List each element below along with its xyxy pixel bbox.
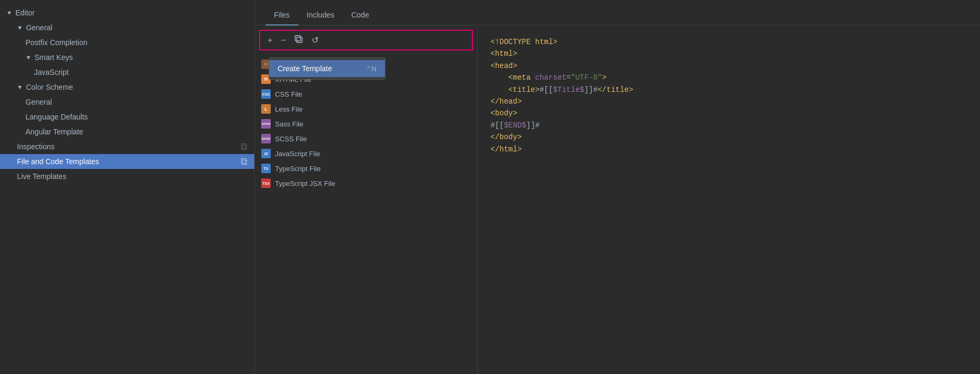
file-item-css[interactable]: CSS CSS File bbox=[255, 87, 477, 101]
sidebar-item-editor[interactable]: Editor bbox=[0, 5, 254, 20]
sidebar-item-color-scheme[interactable]: Color Scheme bbox=[0, 80, 254, 95]
code-body-close: </body> bbox=[491, 133, 522, 141]
code-line-7: <body> bbox=[491, 107, 967, 119]
file-list: H HTML4 File H XHTML File CSS CSS File L… bbox=[255, 55, 477, 374]
sidebar-label-color-general: General bbox=[25, 98, 248, 106]
less-icon: L bbox=[261, 104, 271, 114]
sidebar-label-inspections: Inspections bbox=[17, 142, 238, 151]
copy-icon bbox=[295, 35, 303, 44]
code-line-4: <meta charset="UTF-8"> bbox=[491, 72, 967, 83]
add-template-button[interactable]: + bbox=[264, 35, 276, 46]
sidebar-item-inspections[interactable]: Inspections ⿻ bbox=[0, 139, 254, 154]
code-title-hash1: #[[ bbox=[539, 86, 553, 94]
main-content: Files Includes Code + − ↺ bbox=[255, 0, 980, 374]
toolbar: + − ↺ Create Template ⌃N bbox=[259, 30, 473, 50]
file-label-scss: SCSS File bbox=[275, 135, 307, 143]
code-doctype: <!DOCTYPE html> bbox=[491, 38, 557, 46]
code-line-10: </html> bbox=[491, 143, 967, 155]
editor-arrow bbox=[6, 10, 12, 16]
tsx-icon: TSX bbox=[261, 178, 271, 188]
file-item-typescript[interactable]: TS TypeScript File bbox=[255, 161, 477, 176]
file-item-less[interactable]: L Less File bbox=[255, 101, 477, 116]
code-html-open: <html> bbox=[491, 49, 517, 58]
sidebar-label-postfix: Postfix Completion bbox=[25, 38, 248, 47]
sidebar-label-color-scheme: Color Scheme bbox=[26, 83, 248, 91]
sidebar-item-color-general[interactable]: General bbox=[0, 95, 254, 109]
file-label-sass: Sass File bbox=[275, 120, 303, 128]
file-item-javascript[interactable]: JS JavaScript File bbox=[255, 146, 477, 161]
sidebar-label-file-code-templates: File and Code Templates bbox=[17, 157, 238, 166]
tab-code[interactable]: Code bbox=[343, 5, 377, 26]
svg-rect-1 bbox=[295, 36, 300, 41]
sidebar-label-javascript: JavaScript bbox=[34, 68, 248, 76]
create-template-label: Create Template bbox=[278, 64, 332, 73]
sidebar-item-javascript[interactable]: JavaScript bbox=[0, 65, 254, 80]
code-line-3: <head> bbox=[491, 60, 967, 72]
sidebar-item-file-code-templates[interactable]: File and Code Templates ⿻ bbox=[0, 154, 254, 169]
sidebar-label-angular-template: Angular Template bbox=[25, 128, 248, 136]
create-template-shortcut: ⌃N bbox=[366, 65, 376, 73]
code-title-close: </title> bbox=[598, 86, 633, 94]
file-label-less: Less File bbox=[275, 105, 303, 113]
code-line-5: <title>#[[$Title$]]#</title> bbox=[491, 84, 967, 96]
code-head-open: <head> bbox=[491, 62, 517, 70]
code-meta-close: > bbox=[602, 73, 606, 82]
code-equals: = bbox=[566, 73, 571, 82]
tab-files[interactable]: Files bbox=[265, 5, 298, 26]
code-charset-attr: charset bbox=[535, 73, 566, 82]
sidebar-label-general: General bbox=[26, 23, 248, 32]
create-template-dropdown: Create Template ⌃N bbox=[269, 57, 385, 80]
code-end-hash1: #[[ bbox=[491, 121, 504, 130]
file-label-javascript: JavaScript File bbox=[275, 150, 320, 158]
file-label-typescript: TypeScript File bbox=[275, 165, 321, 173]
sidebar-label-smart-keys: Smart Keys bbox=[35, 53, 248, 62]
code-line-1: <!DOCTYPE html> bbox=[491, 36, 967, 48]
code-charset-val: "UTF-8" bbox=[571, 73, 602, 82]
sidebar-item-language-defaults[interactable]: Language Defaults bbox=[0, 109, 254, 124]
file-label-css: CSS File bbox=[275, 90, 302, 98]
ts-icon: TS bbox=[261, 164, 271, 173]
file-item-sass[interactable]: SASS Sass File bbox=[255, 116, 477, 131]
settings-sidebar: Editor General Postfix Completion Smart … bbox=[0, 0, 255, 374]
sidebar-item-angular-template[interactable]: Angular Template bbox=[0, 124, 254, 139]
sidebar-item-live-templates[interactable]: Live Templates bbox=[0, 169, 254, 184]
file-list-panel: + − ↺ Create Template ⌃N bbox=[255, 26, 478, 374]
color-scheme-arrow bbox=[17, 84, 23, 90]
sidebar-item-general[interactable]: General bbox=[0, 20, 254, 35]
tabs-bar: Files Includes Code bbox=[255, 0, 980, 26]
code-title-var: $Title$ bbox=[553, 86, 584, 94]
file-item-typescript-jsx[interactable]: TSX TypeScript JSX File bbox=[255, 176, 477, 191]
sidebar-label-language-defaults: Language Defaults bbox=[25, 113, 248, 121]
sidebar-item-postfix-completion[interactable]: Postfix Completion bbox=[0, 35, 254, 50]
reset-template-button[interactable]: ↺ bbox=[308, 34, 322, 46]
general-arrow bbox=[17, 24, 23, 31]
remove-template-button[interactable]: − bbox=[278, 35, 289, 46]
code-end-hash2: ]]# bbox=[526, 121, 539, 130]
code-body-open: <body> bbox=[491, 109, 517, 117]
inspections-copy-icon: ⿻ bbox=[241, 143, 248, 151]
code-head-close: </head> bbox=[491, 97, 522, 106]
smart-keys-arrow bbox=[25, 54, 31, 61]
content-area: + − ↺ Create Template ⌃N bbox=[255, 26, 980, 374]
code-line-9: </body> bbox=[491, 131, 967, 143]
file-templates-copy-icon: ⿻ bbox=[241, 158, 248, 166]
code-line-2: <html> bbox=[491, 48, 967, 60]
code-line-6: </head> bbox=[491, 96, 967, 107]
tab-includes[interactable]: Includes bbox=[298, 5, 343, 26]
file-item-scss[interactable]: SASS SCSS File bbox=[255, 131, 477, 146]
scss-icon: SASS bbox=[261, 134, 271, 143]
code-html-close: </html> bbox=[491, 145, 522, 154]
css-icon: CSS bbox=[261, 89, 271, 99]
code-meta-open: <meta bbox=[509, 73, 535, 82]
code-title-hash2: ]]# bbox=[584, 86, 597, 94]
code-line-8: #[[$END$]]# bbox=[491, 120, 967, 131]
create-template-menu-item[interactable]: Create Template ⌃N bbox=[269, 60, 385, 77]
code-panel: <!DOCTYPE html> <html> <head> <meta char… bbox=[478, 26, 980, 374]
sidebar-label-live-templates: Live Templates bbox=[17, 172, 248, 181]
file-label-typescript-jsx: TypeScript JSX File bbox=[275, 180, 335, 188]
copy-template-button[interactable] bbox=[291, 34, 306, 46]
sass-icon: SASS bbox=[261, 119, 271, 129]
sidebar-label-editor: Editor bbox=[15, 8, 248, 17]
sidebar-item-smart-keys[interactable]: Smart Keys bbox=[0, 50, 254, 65]
js-icon: JS bbox=[261, 149, 271, 158]
